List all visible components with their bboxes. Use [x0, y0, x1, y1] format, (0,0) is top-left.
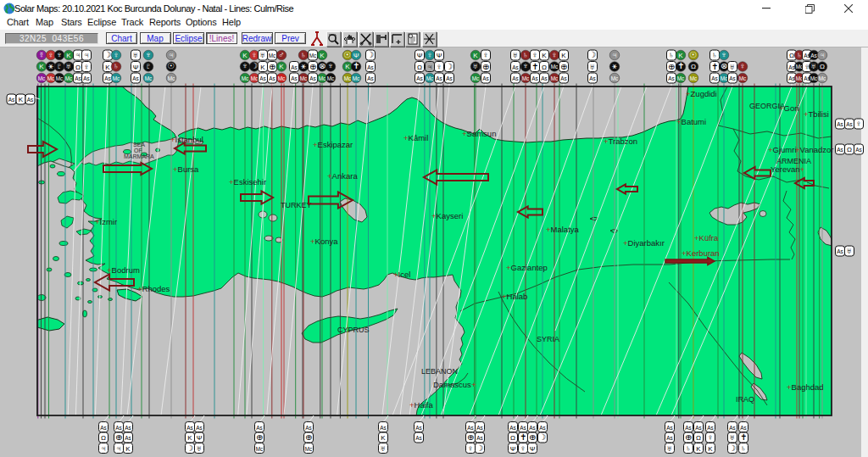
svg-text:As: As: [476, 425, 482, 431]
svg-text:As: As: [740, 425, 746, 431]
svg-text:Mc: Mc: [300, 75, 308, 81]
svg-text:K: K: [279, 63, 284, 70]
svg-text:+Kâmil: +Kâmil: [403, 133, 428, 142]
svg-text:As: As: [196, 425, 202, 431]
svg-text:+Baghdad: +Baghdad: [787, 382, 824, 392]
svg-text:♄: ♄: [711, 50, 717, 59]
svg-text:⊕: ⊕: [482, 62, 489, 71]
svg-text:K: K: [125, 445, 131, 453]
svg-text:♀: ♀: [113, 50, 119, 59]
svg-text:As: As: [729, 75, 735, 81]
svg-text:☽: ☽: [446, 62, 453, 71]
svg-text:⚹: ⚹: [612, 61, 617, 70]
svg-text:Ψ: Ψ: [510, 445, 516, 453]
svg-text:As: As: [269, 75, 275, 81]
svg-text:⊕: ⊕: [256, 432, 263, 442]
svg-text:Ω: Ω: [789, 52, 794, 59]
svg-text:Mc: Mc: [344, 75, 352, 81]
svg-text:As: As: [446, 75, 452, 81]
svg-text:Mc: Mc: [47, 75, 55, 81]
svg-text:♃: ♃: [819, 50, 825, 59]
svg-text:+Tbilisi: +Tbilisi: [804, 109, 829, 119]
svg-text:⚹: ⚹: [301, 61, 306, 70]
svg-text:✝: ✝: [711, 62, 718, 71]
svg-text:Mc: Mc: [522, 75, 530, 81]
svg-text:ARMENIA: ARMENIA: [776, 157, 811, 165]
svg-text:+Vanadzor: +Vanadzor: [795, 145, 834, 154]
svg-text:As: As: [531, 75, 537, 81]
svg-text:Ω: Ω: [417, 64, 422, 71]
svg-text:As: As: [666, 435, 672, 441]
svg-text:As: As: [788, 64, 794, 70]
svg-text:♅: ♅: [472, 61, 478, 70]
svg-text:K: K: [187, 434, 192, 442]
svg-text:K: K: [260, 64, 265, 71]
svg-text:♅: ♅: [666, 443, 672, 453]
svg-text:As: As: [132, 75, 138, 81]
svg-text:TURKEY: TURKEY: [281, 201, 312, 209]
svg-text:☽: ☽: [186, 443, 194, 453]
svg-text:As: As: [367, 75, 373, 81]
svg-text:♀: ♀: [83, 62, 89, 71]
svg-text:+Batumi: +Batumi: [676, 117, 706, 126]
svg-text:♃: ♃: [168, 50, 174, 59]
svg-text:Damascus+: Damascus+: [433, 380, 476, 389]
svg-text:+Haifa: +Haifa: [409, 400, 433, 410]
svg-text:As: As: [711, 75, 717, 81]
svg-text:Mc: Mc: [677, 75, 685, 81]
svg-text:⊕: ⊕: [529, 432, 536, 442]
svg-text:As: As: [8, 97, 14, 103]
svg-text:As: As: [380, 425, 386, 431]
svg-text:Mc: Mc: [426, 75, 434, 81]
svg-text:+Bodrum: +Bodrum: [107, 265, 140, 275]
svg-text:Mc: Mc: [810, 75, 818, 81]
svg-text:K: K: [696, 445, 701, 453]
svg-text:♅: ♅: [132, 50, 138, 59]
svg-text:Mc: Mc: [690, 75, 698, 81]
svg-text:✝: ✝: [353, 61, 359, 70]
svg-text:As: As: [256, 425, 262, 431]
svg-text:K: K: [381, 434, 386, 442]
svg-text:♄: ♄: [685, 443, 691, 453]
svg-text:As: As: [467, 425, 473, 431]
svg-text:☉: ☉: [168, 61, 175, 70]
svg-text:♅: ♅: [259, 50, 265, 59]
svg-text:+Istanbul: +Istanbul: [170, 135, 203, 144]
svg-text:Mc: Mc: [319, 75, 326, 81]
svg-text:As: As: [729, 425, 735, 431]
svg-text:♅: ♅: [729, 62, 735, 71]
svg-text:As: As: [666, 425, 672, 431]
svg-text:Ω: Ω: [75, 64, 81, 71]
svg-text:MARMARA: MARMARA: [124, 153, 154, 159]
svg-text:Mc: Mc: [251, 75, 259, 81]
svg-text:K: K: [105, 64, 110, 71]
svg-text:K: K: [542, 52, 547, 59]
svg-text:+Diyarbakır: +Diyarbakır: [623, 238, 665, 248]
svg-text:K: K: [242, 52, 248, 59]
svg-text:♀: ♀: [436, 62, 442, 71]
svg-text:♇: ♇: [145, 61, 151, 70]
svg-text:As: As: [707, 425, 713, 431]
svg-text:♇: ♇: [56, 61, 62, 70]
svg-text:SEA: SEA: [133, 142, 145, 148]
svg-text:As: As: [305, 425, 311, 431]
svg-text:+Bursa: +Bursa: [173, 164, 199, 174]
svg-text:♀: ♀: [251, 50, 257, 59]
svg-text:Mc: Mc: [305, 446, 313, 452]
svg-text:As: As: [788, 75, 794, 81]
svg-text:Ω: Ω: [542, 64, 547, 71]
svg-text:☽: ☽: [539, 432, 547, 442]
svg-text:♅: ♅: [380, 443, 386, 453]
svg-text:As: As: [589, 75, 595, 81]
svg-text:⊕: ⊕: [115, 432, 122, 442]
svg-text:Ψ: Ψ: [353, 52, 359, 59]
svg-text:As: As: [668, 75, 674, 81]
svg-text:K: K: [66, 52, 71, 59]
svg-text:As: As: [541, 75, 547, 81]
svg-text:♀: ♀: [467, 443, 473, 453]
svg-text:⊕: ⊕: [269, 62, 275, 71]
svg-text:As: As: [476, 435, 482, 441]
svg-text:Mc: Mc: [269, 53, 276, 59]
svg-text:♅: ♅: [846, 246, 852, 255]
svg-text:Ω: Ω: [101, 434, 106, 442]
